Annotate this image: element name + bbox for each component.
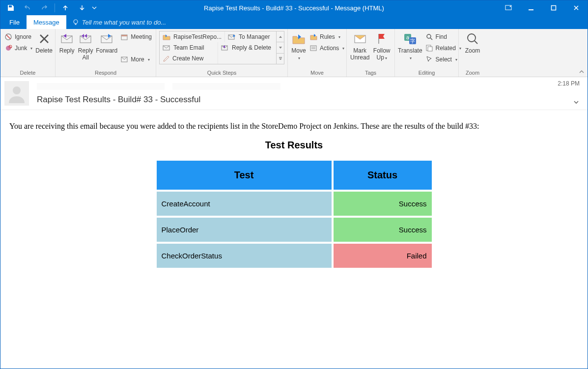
reply-button[interactable]: Reply [58, 30, 75, 55]
quick-step-item[interactable]: Reply & Delete [218, 42, 276, 53]
folder-move-icon [163, 33, 170, 40]
flag-icon [374, 31, 390, 47]
minimize-button[interactable] [520, 0, 542, 15]
delete-label: Delete [35, 48, 53, 55]
gallery-expand[interactable] [277, 54, 284, 64]
forward-label: Forward [96, 48, 117, 55]
zoom-icon [465, 31, 480, 47]
svg-rect-12 [121, 35, 127, 36]
team-email-icon [163, 44, 170, 51]
save-button[interactable] [2, 1, 19, 14]
junk-label: Junk [15, 45, 27, 52]
maximize-button[interactable] [542, 0, 565, 15]
translate-label: Translate [398, 47, 422, 54]
ignore-button[interactable]: Ignore [3, 31, 33, 42]
move-label: Move [291, 47, 306, 54]
previous-item-button[interactable] [57, 1, 74, 14]
group-quick-steps: RapiseTestRepo... To Manager Team Email [156, 29, 288, 77]
actions-button[interactable]: Actions▾ [308, 43, 345, 54]
window-controls [497, 0, 588, 15]
follow-up-button[interactable]: Follow Up▾ [372, 30, 392, 61]
title-bar: Rapise Test Results - Build# 33 - Succes… [0, 0, 588, 15]
svg-rect-18 [310, 46, 316, 51]
status-cell: Success [334, 218, 432, 242]
message-subject: Rapise Test Results - Build# 33 - Succes… [37, 95, 581, 105]
rules-icon [309, 33, 317, 41]
group-respond: Reply Reply All Forward Meeting More▾ [56, 29, 156, 77]
zoom-button[interactable]: Zoom [462, 30, 483, 55]
quick-steps-gallery: RapiseTestRepo... To Manager Team Email [159, 31, 284, 64]
group-zoom-label: Zoom [462, 70, 483, 77]
find-button[interactable]: Find [424, 31, 462, 42]
from-line [37, 83, 581, 92]
mark-unread-button[interactable]: Mark Unread [350, 30, 370, 61]
quick-step-label: Team Email [173, 44, 204, 51]
expand-header-button[interactable] [573, 99, 580, 106]
quick-step-item[interactable]: To Manager [225, 31, 276, 42]
test-name-cell: CheckOrderStatus [157, 244, 332, 268]
undo-button[interactable] [19, 1, 36, 14]
results-table: Test Status CreateAccountSuccessPlaceOrd… [155, 159, 434, 270]
select-button[interactable]: Select▾ [424, 54, 462, 65]
group-editing: a字 Translate▾ Find Related▾ Select▾ Edit… [395, 29, 459, 77]
tab-file[interactable]: File [2, 15, 27, 29]
qat-customize-button[interactable] [90, 1, 98, 14]
select-icon [425, 56, 433, 63]
forward-button[interactable]: Forward [96, 30, 117, 55]
sender-avatar [4, 81, 29, 106]
gallery-scroll-up[interactable] [277, 31, 284, 42]
gallery-scroll-down[interactable] [277, 42, 284, 53]
collapse-ribbon-button[interactable] [579, 69, 585, 75]
meeting-label: Meeting [131, 33, 152, 40]
related-button[interactable]: Related▾ [424, 43, 462, 54]
mark-unread-icon [352, 31, 368, 47]
group-zoom: Zoom Zoom [459, 29, 486, 77]
ribbon-display-options-button[interactable] [497, 0, 520, 15]
redo-button[interactable] [36, 1, 53, 14]
svg-point-28 [13, 86, 21, 94]
rules-button[interactable]: Rules▾ [308, 31, 345, 42]
forward-icon [99, 31, 114, 47]
svg-rect-26 [428, 47, 432, 51]
quick-step-item[interactable]: Team Email [160, 42, 218, 53]
group-delete: Ignore Junk▾ Delete Delete [0, 29, 56, 77]
intro-text: You are receiving this email because you… [9, 122, 579, 131]
find-label: Find [436, 33, 447, 40]
col-test: Test [157, 161, 332, 190]
reply-all-icon [78, 31, 93, 47]
message-body: You are receiving this email because you… [0, 110, 588, 282]
test-name-cell: PlaceOrder [157, 218, 332, 242]
svg-text:a: a [406, 34, 410, 40]
zoom-label: Zoom [465, 48, 480, 55]
reply-all-button[interactable]: Reply All [77, 30, 94, 61]
more-respond-button[interactable]: More▾ [119, 54, 153, 65]
svg-rect-17 [279, 57, 282, 58]
test-name-cell: CreateAccount [157, 192, 332, 216]
svg-point-27 [468, 34, 476, 42]
status-cell: Success [334, 192, 432, 216]
meeting-button[interactable]: Meeting [119, 31, 153, 42]
tell-me-search[interactable]: Tell me what you want to do... [66, 15, 167, 29]
group-delete-label: Delete [3, 70, 52, 77]
to-manager-icon [228, 33, 236, 40]
delete-button[interactable]: Delete [35, 30, 53, 55]
message-header: Rapise Test Results - Build# 33 - Succes… [0, 77, 588, 110]
tab-message[interactable]: Message [27, 15, 66, 29]
table-row: PlaceOrderSuccess [157, 218, 432, 242]
quick-step-item[interactable]: RapiseTestRepo... [160, 31, 225, 42]
junk-button[interactable]: Junk▾ [3, 43, 33, 54]
find-icon [425, 33, 433, 41]
group-tags: Mark Unread Follow Up▾ Tags [347, 29, 395, 77]
svg-point-3 [74, 20, 78, 24]
translate-button[interactable]: a字 Translate▾ [398, 30, 422, 61]
select-label: Select [436, 56, 452, 63]
translate-icon: a字 [402, 31, 418, 47]
close-button[interactable] [565, 0, 588, 15]
svg-point-24 [427, 34, 431, 38]
meeting-icon [120, 33, 128, 41]
group-move: Move▾ Rules▾ Actions▾ Move [288, 29, 347, 77]
quick-step-item[interactable]: Create New [160, 53, 218, 64]
next-item-button[interactable] [74, 1, 90, 14]
move-button[interactable]: Move▾ [291, 30, 307, 61]
more-label: More [131, 56, 144, 63]
